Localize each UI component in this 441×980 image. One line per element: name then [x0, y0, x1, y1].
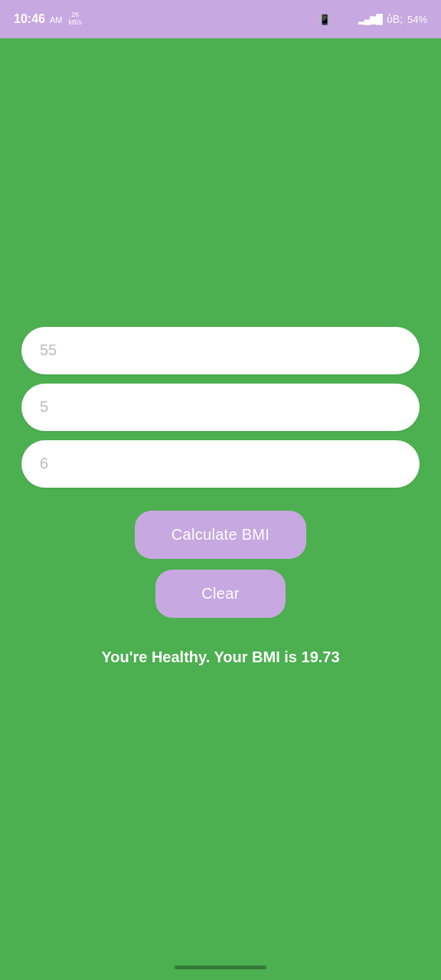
buttons-section: Calculate BMI Clear: [135, 511, 306, 618]
calculate-bmi-button[interactable]: Calculate BMI: [135, 511, 306, 559]
signal-bars: ▂▄▆█: [358, 14, 382, 24]
wifi-icon: : [340, 14, 354, 24]
home-indicator: [0, 954, 441, 980]
vibrate-icon: 📳: [318, 14, 331, 25]
height-feet-input[interactable]: [21, 384, 420, 431]
battery-icon: ὐ‌B;: [387, 13, 403, 25]
network-speed: 26 kB/s: [68, 11, 82, 27]
inputs-section: [21, 327, 420, 488]
status-icons: 📳   ▂▄▆█ ὐ‌B; 54%: [318, 12, 427, 26]
home-bar: [175, 965, 266, 969]
main-content: Calculate BMI Clear You're Healthy. Your…: [0, 38, 441, 954]
status-time: 10:46 AM: [14, 12, 62, 26]
height-inches-input[interactable]: [21, 440, 420, 488]
battery-percent: 54%: [407, 14, 427, 25]
weight-input[interactable]: [21, 327, 420, 374]
clear-button[interactable]: Clear: [155, 570, 285, 618]
status-bar: 10:46 AM 26 kB/s 📳   ▂▄▆█ ὐ‌B; 54%: [0, 0, 441, 38]
result-text: You're Healthy. Your BMI is 19.73: [101, 648, 339, 666]
